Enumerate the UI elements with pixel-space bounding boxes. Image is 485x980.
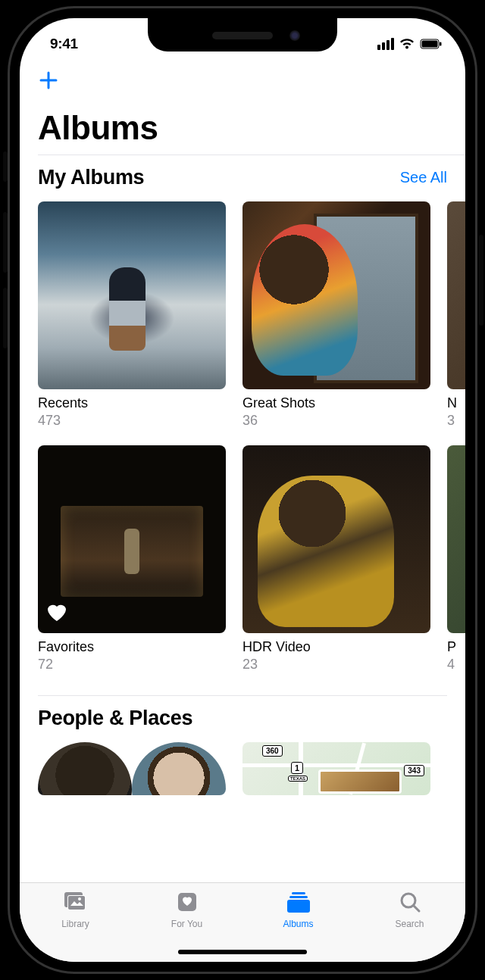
tab-library[interactable]: Library [42,891,110,929]
status-time: 9:41 [50,36,78,52]
cellular-icon [377,38,394,50]
svg-rect-10 [287,900,310,913]
album-name: HDR Video [242,633,430,655]
map-shield: 343 [404,765,424,776]
album-thumbnail[interactable] [242,445,430,633]
album-thumbnail[interactable] [447,445,465,633]
album-count: 36 [242,411,430,429]
see-all-link[interactable]: See All [400,169,447,186]
album-thumbnail[interactable] [447,201,465,389]
page-title: Albums [38,91,447,154]
album-count: 72 [38,655,226,673]
tab-label: Library [61,919,89,929]
album-name: N [447,389,465,411]
album-count: 473 [38,411,226,429]
album-count: 3 [447,411,465,429]
album-grid[interactable]: Recents 473 Great Shots 36 N 3 [38,201,465,673]
add-album-button[interactable] [38,59,447,91]
tab-search[interactable]: Search [376,891,444,929]
map-photo-pin [318,769,402,794]
album-thumbnail[interactable] [38,445,226,633]
map-shield: 1 [291,762,303,774]
album-count: 4 [447,655,465,673]
wifi-icon [399,39,415,50]
svg-rect-8 [292,892,305,894]
svg-rect-2 [440,42,442,46]
tab-label: For You [171,919,202,929]
album-name: Great Shots [242,389,430,411]
for-you-icon [176,891,199,916]
svg-rect-9 [289,896,308,898]
album-name: P [447,633,465,655]
album-recents[interactable]: Recents 473 [38,201,226,429]
svg-point-6 [78,897,81,900]
album-partial[interactable]: N 3 [447,201,465,429]
tab-label: Albums [283,919,313,929]
album-hdr-video[interactable]: HDR Video 23 [242,445,430,673]
album-great-shots[interactable]: Great Shots 36 [242,201,430,429]
phone-frame: 9:41 Albums My Albums See A [8,6,477,974]
svg-line-12 [414,906,419,911]
album-thumbnail[interactable] [38,201,226,389]
battery-icon [420,39,443,49]
map-shield: 360 [262,745,283,757]
tab-albums[interactable]: Albums [264,891,333,929]
album-name: Recents [38,389,226,411]
svg-rect-5 [68,896,85,910]
people-tile[interactable] [38,742,226,795]
album-count: 23 [242,655,430,673]
screen: 9:41 Albums My Albums See A [20,18,465,962]
tab-label: Search [395,919,424,929]
status-indicators [377,38,443,50]
album-partial[interactable]: P 4 [447,445,465,673]
power-button[interactable] [479,235,483,326]
face-thumbnail[interactable] [38,742,132,795]
people-places-row[interactable]: 360 1 TEXAS 343 [38,742,465,795]
section-header-people-places: People & Places [38,696,447,730]
section-title: My Albums [38,166,144,189]
tab-for-you[interactable]: For You [153,891,221,929]
map-label: TEXAS [288,776,308,782]
albums-icon [286,891,311,916]
album-thumbnail[interactable] [242,201,430,389]
section-title: People & Places [38,707,192,730]
album-name: Favorites [38,633,226,655]
section-header-my-albums: My Albums See All [38,155,447,201]
album-favorites[interactable]: Favorites 72 [38,445,226,673]
content: Albums My Albums See All Recents 473 Gre… [20,59,465,882]
photo-library-icon [63,891,89,916]
notch [148,18,337,51]
heart-icon [45,601,68,626]
home-indicator[interactable] [178,950,307,954]
svg-rect-1 [422,41,438,48]
places-map-tile[interactable]: 360 1 TEXAS 343 [242,742,430,795]
search-icon [399,891,421,916]
face-thumbnail[interactable] [132,742,226,795]
